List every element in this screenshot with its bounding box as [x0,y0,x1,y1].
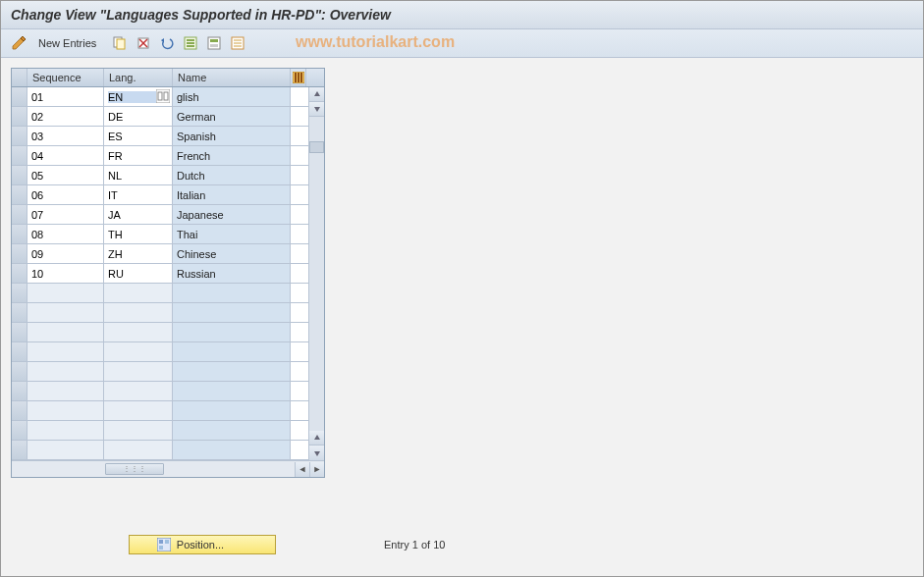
lang-cell[interactable] [104,166,173,184]
lang-cell[interactable] [104,441,173,459]
lang-input[interactable] [108,111,168,123]
scroll-down-button-bottom[interactable] [309,446,324,460]
scroll-up-button[interactable] [309,87,324,102]
sequence-input[interactable] [31,307,99,319]
lang-cell[interactable] [104,284,173,302]
lang-cell[interactable] [104,185,173,204]
sequence-cell[interactable] [27,225,104,243]
row-selector[interactable] [12,205,27,224]
sequence-cell[interactable] [27,205,104,224]
sequence-cell[interactable] [27,146,104,165]
lang-input[interactable] [108,131,168,142]
row-selector[interactable] [12,244,27,263]
lang-input[interactable] [108,288,168,299]
row-selector[interactable] [12,264,27,283]
lang-input[interactable] [108,425,168,437]
sequence-input[interactable] [31,91,99,103]
sequence-cell[interactable] [27,284,104,302]
row-selector[interactable] [12,225,27,243]
sequence-input[interactable] [31,445,99,456]
sequence-input[interactable] [31,150,99,162]
row-selector[interactable] [12,185,27,204]
undo-change-button[interactable] [157,33,177,53]
lang-cell[interactable] [104,303,173,322]
sequence-cell[interactable] [27,342,104,361]
lang-input[interactable] [108,209,168,221]
sequence-cell[interactable] [27,185,104,204]
sequence-cell[interactable] [27,441,104,459]
sequence-cell[interactable] [27,303,104,322]
deselect-all-button[interactable] [228,33,247,53]
lang-input[interactable] [108,150,168,162]
sequence-input[interactable] [31,425,99,437]
sequence-cell[interactable] [27,362,104,381]
lang-input[interactable] [108,405,168,417]
hscroll-right-button[interactable]: ► [309,462,324,477]
lang-input[interactable] [108,170,168,182]
vertical-scrollbar[interactable] [308,87,324,460]
lang-input[interactable] [108,366,168,378]
row-selector-header[interactable] [12,69,27,86]
delete-button[interactable] [134,33,153,53]
sequence-input[interactable] [31,366,99,378]
row-selector[interactable] [12,87,27,106]
lang-input[interactable] [108,229,168,240]
scroll-thumb[interactable] [309,141,324,153]
row-selector[interactable] [12,107,27,126]
column-width-handle[interactable]: ⋮⋮⋮ [105,463,164,475]
lang-input[interactable] [108,346,168,358]
row-selector[interactable] [12,166,27,184]
sequence-input[interactable] [31,209,99,221]
scroll-down-button[interactable] [309,102,324,117]
sequence-input[interactable] [31,386,99,397]
select-all-button[interactable] [181,33,200,53]
column-header-lang[interactable]: Lang. [104,69,173,86]
lang-cell[interactable] [104,225,173,243]
lang-cell[interactable] [104,127,173,145]
sequence-cell[interactable] [27,421,104,440]
row-selector[interactable] [12,146,27,165]
sequence-input[interactable] [31,248,99,260]
lang-input[interactable] [108,189,168,201]
sequence-input[interactable] [31,229,99,240]
lang-cell[interactable] [104,401,173,420]
lang-cell[interactable] [104,87,173,106]
lang-input[interactable] [108,268,168,280]
scroll-up-button-bottom[interactable] [309,431,324,446]
lang-input[interactable] [108,248,168,260]
sequence-cell[interactable] [27,401,104,420]
sequence-input[interactable] [31,170,99,182]
lang-cell[interactable] [104,323,173,341]
row-selector[interactable] [12,362,27,381]
lang-cell[interactable] [104,244,173,263]
row-selector[interactable] [12,401,27,420]
column-header-sequence[interactable]: Sequence [27,69,104,86]
row-selector[interactable] [12,382,27,400]
f4-help-icon[interactable] [156,89,170,103]
lang-cell[interactable] [104,421,173,440]
row-selector[interactable] [12,323,27,341]
row-selector[interactable] [12,421,27,440]
row-selector[interactable] [12,342,27,361]
sequence-input[interactable] [31,288,99,299]
table-config-button[interactable] [291,69,306,86]
sequence-cell[interactable] [27,107,104,126]
lang-input[interactable] [108,445,168,456]
lang-input[interactable] [108,307,168,319]
lang-cell[interactable] [104,342,173,361]
lang-cell[interactable] [104,382,173,400]
row-selector[interactable] [12,127,27,145]
lang-cell[interactable] [104,264,173,283]
sequence-cell[interactable] [27,264,104,283]
lang-cell[interactable] [104,146,173,165]
position-button[interactable]: Position... [129,535,276,554]
lang-cell[interactable] [104,205,173,224]
hscroll-left-button[interactable]: ◄ [295,462,309,477]
lang-cell[interactable] [104,107,173,126]
lang-cell[interactable] [104,362,173,381]
new-entries-button[interactable]: New Entries [32,35,102,51]
sequence-input[interactable] [31,327,99,339]
sequence-cell[interactable] [27,127,104,145]
sequence-input[interactable] [31,189,99,201]
select-block-button[interactable] [204,33,224,53]
